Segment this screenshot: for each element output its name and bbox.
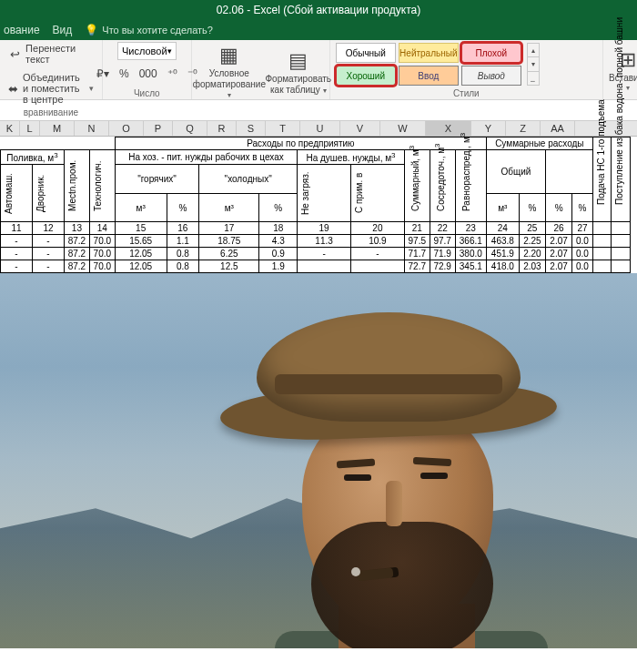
cell[interactable]: 0.8 <box>167 260 199 273</box>
column-header-W[interactable]: W <box>380 121 426 136</box>
column-header-Z[interactable]: Z <box>506 121 541 136</box>
cell[interactable]: 451.9 <box>486 248 519 260</box>
cell[interactable]: 2.07 <box>545 235 571 248</box>
cell[interactable]: 97.5 <box>404 235 430 248</box>
index-cell[interactable]: 15 <box>115 222 167 235</box>
cell[interactable]: 2.03 <box>519 260 545 273</box>
cellstyle-output[interactable]: Вывод <box>461 66 521 86</box>
index-cell[interactable]: 18 <box>259 222 298 235</box>
cell[interactable]: 10.9 <box>350 235 404 248</box>
cellstyle-bad[interactable]: Плохой <box>461 43 521 63</box>
cell[interactable]: - <box>1 260 33 273</box>
index-cell[interactable]: 25 <box>519 222 545 235</box>
cell[interactable]: 2.25 <box>519 235 545 248</box>
merge-center-button[interactable]: ⬌ Объединить и поместить в центре ▾ <box>5 71 96 106</box>
currency-button[interactable]: ₽▾ <box>93 66 113 82</box>
cell[interactable]: 72.9 <box>430 260 455 273</box>
number-format-combo[interactable]: Числовой ▾ <box>117 42 177 60</box>
cell[interactable] <box>350 260 404 273</box>
cell[interactable]: 1.9 <box>259 260 298 273</box>
data-rows[interactable]: --87.270.015.651.118.754.311.310.997.597… <box>1 235 631 273</box>
tab-view[interactable]: Вид <box>53 24 73 36</box>
cell[interactable]: - <box>1 235 33 248</box>
tab-partial[interactable]: ование <box>4 24 40 36</box>
column-header-L[interactable]: L <box>20 121 40 136</box>
cell[interactable]: 0.0 <box>572 248 593 260</box>
cell[interactable]: - <box>32 260 64 273</box>
cell[interactable]: - <box>32 248 64 260</box>
cell[interactable]: 87.2 <box>64 235 89 248</box>
cellstyle-more[interactable]: ▴ ▾ ⎯ <box>527 43 540 86</box>
cell[interactable]: 418.0 <box>486 260 519 273</box>
increase-decimal-button[interactable]: ⁺⁰ <box>164 66 181 82</box>
spreadsheet-table[interactable]: Расходы по предприятию Суммарные расходы… <box>0 137 631 273</box>
cell[interactable]: 0.8 <box>167 248 199 260</box>
cell[interactable]: 4.3 <box>259 235 298 248</box>
index-cell[interactable]: 12 <box>32 222 64 235</box>
column-header-K[interactable]: K <box>0 121 20 136</box>
cellstyle-good[interactable]: Хороший <box>336 66 396 86</box>
column-header-Q[interactable]: Q <box>173 121 207 136</box>
cell[interactable]: 1.1 <box>167 235 199 248</box>
cell[interactable]: 0.0 <box>572 235 593 248</box>
cell[interactable]: 380.0 <box>455 248 486 260</box>
cell[interactable]: 12.05 <box>115 260 167 273</box>
column-header-P[interactable]: P <box>144 121 173 136</box>
cell[interactable]: 70.0 <box>89 235 115 248</box>
index-cell[interactable]: 26 <box>545 222 571 235</box>
cellstyle-neutral[interactable]: Нейтральный <box>399 43 459 63</box>
cell[interactable]: 70.0 <box>89 248 115 260</box>
column-header-AA[interactable]: AA <box>541 121 575 136</box>
cell[interactable]: 97.7 <box>430 235 455 248</box>
index-cell[interactable]: 13 <box>64 222 89 235</box>
cell[interactable]: 11.3 <box>298 235 351 248</box>
cell[interactable]: - <box>298 248 351 260</box>
index-cell[interactable]: 27 <box>572 222 593 235</box>
column-header-O[interactable]: O <box>109 121 144 136</box>
tell-me[interactable]: 💡 Что вы хотите сделать? <box>85 24 213 36</box>
cellstyle-normal[interactable]: Обычный <box>336 43 396 63</box>
cell[interactable]: 0.0 <box>572 260 593 273</box>
table-row[interactable]: --87.270.012.050.86.250.9--71.771.9380.0… <box>1 248 631 260</box>
cell[interactable]: 72.7 <box>404 260 430 273</box>
table-row[interactable]: --87.270.015.651.118.754.311.310.997.597… <box>1 235 631 248</box>
format-as-table-button[interactable]: ▤ Форматировать как таблицу ▾ <box>267 47 330 95</box>
cell[interactable]: 345.1 <box>455 260 486 273</box>
cell[interactable]: 87.2 <box>64 248 89 260</box>
index-cell[interactable]: 23 <box>455 222 486 235</box>
cellstyle-input[interactable]: Ввод <box>399 66 459 86</box>
cell[interactable]: 71.9 <box>430 248 455 260</box>
cell[interactable]: 366.1 <box>455 235 486 248</box>
column-header-V[interactable]: V <box>340 121 380 136</box>
cell[interactable]: 70.0 <box>89 260 115 273</box>
comma-button[interactable]: 000 <box>136 66 161 82</box>
column-header-S[interactable]: S <box>237 121 266 136</box>
cell[interactable]: 71.7 <box>404 248 430 260</box>
column-header-Y[interactable]: Y <box>471 121 506 136</box>
index-cell[interactable]: 16 <box>167 222 199 235</box>
cell[interactable]: 18.75 <box>199 235 259 248</box>
cell[interactable]: 15.65 <box>115 235 167 248</box>
cell[interactable]: 6.25 <box>199 248 259 260</box>
column-header-T[interactable]: T <box>266 121 300 136</box>
table-row[interactable]: --87.270.012.050.812.51.972.772.9345.141… <box>1 260 631 273</box>
cell[interactable]: - <box>350 248 404 260</box>
cell[interactable]: 0.9 <box>259 248 298 260</box>
conditional-formatting-button[interactable]: ▦ Условное форматирование ▾ <box>197 42 261 100</box>
index-cell[interactable]: 24 <box>486 222 519 235</box>
cell[interactable]: 2.07 <box>545 248 571 260</box>
cell[interactable]: 2.20 <box>519 248 545 260</box>
cell[interactable]: 12.05 <box>115 248 167 260</box>
cell[interactable] <box>298 260 351 273</box>
index-cell[interactable]: 22 <box>430 222 455 235</box>
index-cell[interactable]: 20 <box>350 222 404 235</box>
percent-button[interactable]: % <box>116 66 133 82</box>
index-cell[interactable]: 11 <box>1 222 33 235</box>
index-cell[interactable]: 17 <box>199 222 259 235</box>
cell[interactable]: 12.5 <box>199 260 259 273</box>
wrap-text-button[interactable]: ↩ Перенести текст <box>5 42 96 66</box>
column-header-M[interactable]: M <box>40 121 75 136</box>
cell[interactable]: - <box>1 248 33 260</box>
index-cell[interactable]: 21 <box>404 222 430 235</box>
column-header-R[interactable]: R <box>207 121 237 136</box>
